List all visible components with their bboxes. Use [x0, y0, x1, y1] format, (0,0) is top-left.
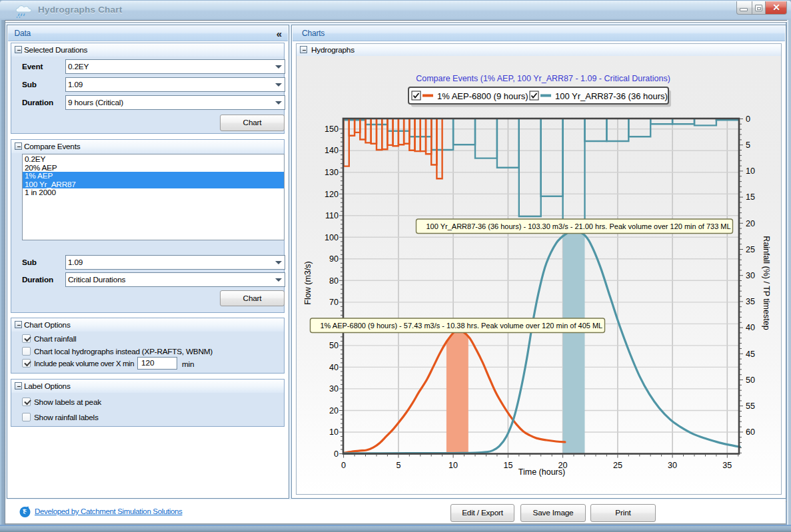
svg-text:Compare Events (1% AEP, 100 Yr: Compare Events (1% AEP, 100 Yr_ARR87 - 1… — [416, 74, 670, 83]
svg-text:80: 80 — [329, 276, 339, 286]
svg-text:130: 130 — [325, 168, 339, 177]
svg-text:50: 50 — [329, 341, 339, 350]
svg-text:20: 20 — [329, 406, 339, 415]
svg-text:5: 5 — [746, 140, 750, 150]
svg-text:10: 10 — [746, 166, 755, 176]
svg-text:1% AEP-6800 (9 hours): 1% AEP-6800 (9 hours) — [437, 91, 528, 101]
svg-text:50: 50 — [746, 376, 755, 385]
svg-text:15: 15 — [503, 461, 512, 470]
svg-text:70: 70 — [329, 298, 339, 307]
svg-text:0: 0 — [334, 449, 339, 459]
svg-text:1% AEP-6800 (9 hours) - 57.43: 1% AEP-6800 (9 hours) - 57.43 m3/s - 10.… — [321, 322, 603, 330]
svg-text:35: 35 — [746, 297, 755, 306]
svg-text:Rainfall (%) / TP timestep: Rainfall (%) / TP timestep — [762, 236, 771, 330]
svg-text:0: 0 — [341, 461, 346, 470]
svg-text:5: 5 — [396, 461, 400, 470]
svg-text:30: 30 — [746, 271, 755, 280]
svg-text:45: 45 — [746, 350, 755, 359]
svg-text:40: 40 — [746, 323, 755, 332]
svg-text:30: 30 — [668, 461, 677, 470]
svg-text:25: 25 — [746, 245, 755, 254]
svg-text:35: 35 — [722, 461, 732, 470]
svg-text:100 Yr_ARR87-36 (36 hours) - 1: 100 Yr_ARR87-36 (36 hours) - 103.30 m3/s… — [426, 222, 731, 230]
svg-text:30: 30 — [329, 384, 339, 394]
svg-text:140: 140 — [325, 146, 339, 155]
svg-text:40: 40 — [329, 363, 339, 372]
svg-text:Flow (m3/s): Flow (m3/s) — [303, 261, 313, 304]
svg-text:60: 60 — [746, 427, 755, 437]
svg-text:10: 10 — [329, 427, 339, 437]
svg-text:15: 15 — [746, 192, 755, 202]
svg-text:90: 90 — [329, 254, 339, 264]
svg-text:25: 25 — [613, 461, 622, 470]
svg-text:110: 110 — [325, 211, 339, 220]
svg-text:10: 10 — [448, 461, 458, 470]
svg-text:0: 0 — [746, 115, 750, 124]
svg-text:20: 20 — [746, 219, 755, 228]
svg-text:150: 150 — [325, 125, 339, 134]
svg-text:Time (hours): Time (hours) — [518, 467, 565, 477]
svg-text:100: 100 — [325, 233, 339, 242]
svg-text:120: 120 — [325, 190, 339, 199]
svg-text:100 Yr_ARR87-36 (36 hours): 100 Yr_ARR87-36 (36 hours) — [555, 91, 668, 101]
svg-text:55: 55 — [746, 401, 755, 411]
